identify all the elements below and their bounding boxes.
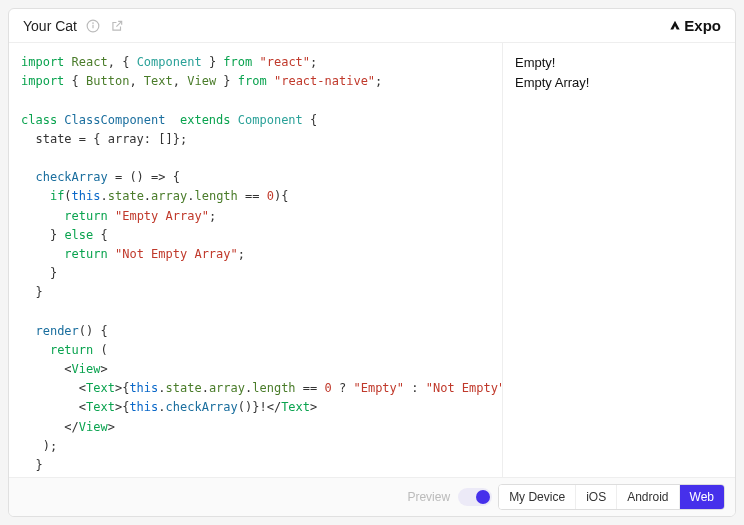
preview-label: Preview xyxy=(407,490,450,504)
tag-text2: Text xyxy=(86,400,115,414)
kw-from: from xyxy=(223,55,252,69)
tag-text1: Text xyxy=(86,381,115,395)
ident-button: Button xyxy=(86,74,129,88)
toggle-knob xyxy=(476,490,490,504)
kw-this3: this xyxy=(129,400,158,414)
kw-import: import xyxy=(21,55,64,69)
arrow-decl: = () => { xyxy=(108,170,180,184)
str-not-empty-array: "Not Empty Array" xyxy=(115,247,238,261)
platform-ios[interactable]: iOS xyxy=(575,485,616,509)
jsx-eq: == xyxy=(296,381,325,395)
project-title[interactable]: Your Cat xyxy=(23,18,77,34)
prop-state: state xyxy=(108,189,144,203)
classname: ClassComponent xyxy=(64,113,165,127)
jsx-checkarray: checkArray xyxy=(166,400,238,414)
kw-if: if xyxy=(50,189,64,203)
preview-toggle[interactable] xyxy=(458,488,492,506)
preview-pane: Empty! Empty Array! xyxy=(503,43,735,477)
svg-point-2 xyxy=(93,22,94,23)
jsx-zero: 0 xyxy=(325,381,332,395)
tag-text2c: Text xyxy=(281,400,310,414)
jsx-length: length xyxy=(252,381,295,395)
extends-component: Component xyxy=(238,113,303,127)
ident-text: Text xyxy=(144,74,173,88)
tag-view-close: View xyxy=(79,420,108,434)
kw-return2: return xyxy=(64,247,107,261)
ident-view: View xyxy=(187,74,216,88)
platform-my-device[interactable]: My Device xyxy=(499,485,575,509)
jsx-array: array xyxy=(209,381,245,395)
preview-line-1: Empty! xyxy=(515,53,723,73)
prop-array: array xyxy=(151,189,187,203)
kw-import2: import xyxy=(21,74,64,88)
kw-this2: this xyxy=(129,381,158,395)
str-empty-array: "Empty Array" xyxy=(115,209,209,223)
method-render: render xyxy=(35,324,78,338)
kw-return1: return xyxy=(64,209,107,223)
method-checkarray: checkArray xyxy=(35,170,107,184)
ident-react: React xyxy=(72,55,108,69)
open-external-icon[interactable] xyxy=(109,18,125,34)
kw-else: else xyxy=(64,228,93,242)
header-bar: Your Cat Expo xyxy=(9,9,735,43)
platform-web[interactable]: Web xyxy=(679,485,724,509)
code-editor[interactable]: import React, { Component } from "react"… xyxy=(9,43,503,477)
ident-component: Component xyxy=(137,55,202,69)
kw-extends: extends xyxy=(180,113,231,127)
state-decl: state = { array: []}; xyxy=(35,132,187,146)
snack-editor-frame: Your Cat Expo import React, { Component … xyxy=(8,8,736,517)
kw-this1: this xyxy=(72,189,101,203)
platform-segmented-control: My Device iOS Android Web xyxy=(498,484,725,510)
kw-from2: from xyxy=(238,74,267,88)
expo-brand[interactable]: Expo xyxy=(668,17,721,34)
kw-return3: return xyxy=(50,343,93,357)
str-react: "react" xyxy=(259,55,310,69)
tag-view-open: View xyxy=(72,362,101,376)
jsx-state: state xyxy=(166,381,202,395)
num-zero: 0 xyxy=(267,189,274,203)
jsx-empty: "Empty" xyxy=(353,381,404,395)
main-area: import React, { Component } from "react"… xyxy=(9,43,735,477)
str-react-native: "react-native" xyxy=(274,74,375,88)
jsx-not-empty: "Not Empty" xyxy=(426,381,503,395)
footer-bar: Preview My Device iOS Android Web xyxy=(9,477,735,516)
header-left: Your Cat xyxy=(23,18,125,34)
platform-android[interactable]: Android xyxy=(616,485,678,509)
prop-length: length xyxy=(194,189,237,203)
info-icon[interactable] xyxy=(85,18,101,34)
preview-line-2: Empty Array! xyxy=(515,73,723,93)
expo-brand-label: Expo xyxy=(684,17,721,34)
kw-class: class xyxy=(21,113,57,127)
op-eq: == xyxy=(238,189,267,203)
